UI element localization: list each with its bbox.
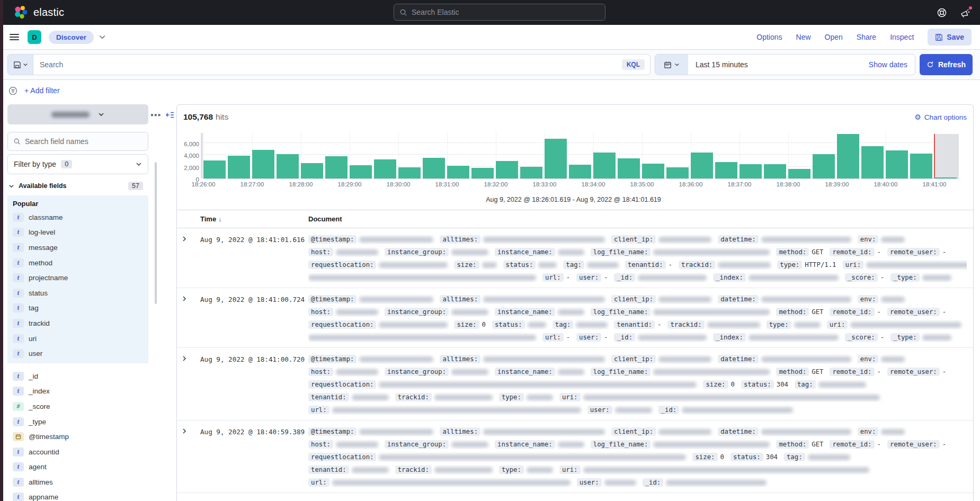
- time-range-value[interactable]: Last 15 minutes: [696, 60, 748, 69]
- expand-row-button[interactable]: [181, 296, 188, 342]
- save-query-icon: [13, 61, 21, 69]
- histogram-bar[interactable]: [764, 164, 786, 178]
- histogram-bar[interactable]: [569, 165, 591, 178]
- histogram-bar[interactable]: [642, 164, 664, 178]
- histogram-bar[interactable]: [715, 162, 737, 179]
- toolbar-link-options[interactable]: Options: [756, 33, 782, 41]
- histogram-bar[interactable]: [886, 150, 908, 178]
- x-axis-label: 18:37:00: [728, 181, 752, 187]
- filter-icon[interactable]: [8, 86, 17, 95]
- chart-options-button[interactable]: ⚙ Chart options: [914, 113, 967, 121]
- date-quick-menu-button[interactable]: [655, 55, 688, 75]
- chevron-down-icon: [98, 111, 104, 118]
- field-search[interactable]: [7, 132, 148, 151]
- field-item-uri[interactable]: turi: [13, 331, 148, 346]
- chevron-down-icon[interactable]: [99, 33, 106, 41]
- elastic-logo[interactable]: elastic: [14, 5, 64, 20]
- expand-row-button[interactable]: [181, 428, 188, 487]
- filter-by-type-button[interactable]: Filter by type 0: [7, 154, 148, 174]
- menu-icon[interactable]: [10, 34, 19, 40]
- histogram-bar[interactable]: [788, 169, 810, 178]
- histogram-bar[interactable]: [618, 158, 640, 178]
- kql-query-input[interactable]: [33, 60, 622, 69]
- histogram-bar[interactable]: [934, 177, 957, 178]
- histogram-bar[interactable]: [691, 153, 713, 179]
- saved-query-menu-button[interactable]: [8, 55, 33, 75]
- field-search-input[interactable]: [25, 137, 142, 146]
- field-item-status[interactable]: tstatus: [13, 285, 148, 301]
- field-item-alltimes[interactable]: talltimes: [13, 475, 148, 490]
- help-icon[interactable]: [937, 7, 947, 18]
- histogram-bar[interactable]: [350, 165, 372, 178]
- doc-field-name: _id:: [614, 333, 635, 342]
- collapse-sidebar-icon[interactable]: [166, 111, 174, 119]
- available-fields-toggle[interactable]: Available fields 57: [7, 180, 148, 192]
- field-item-classname[interactable]: tclassname: [13, 210, 148, 225]
- field-item-method[interactable]: tmethod: [13, 255, 148, 271]
- histogram-bar[interactable]: [252, 150, 274, 178]
- expand-row-button[interactable]: [181, 236, 188, 282]
- histogram-bar[interactable]: [740, 164, 762, 178]
- histogram-bar[interactable]: [203, 160, 226, 178]
- field-item-log-level[interactable]: tlog-level: [13, 225, 148, 240]
- add-filter-button[interactable]: + Add filter: [24, 86, 60, 95]
- histogram-bar[interactable]: [374, 159, 396, 178]
- time-column-header[interactable]: Time ↓: [200, 215, 308, 223]
- field-item-message[interactable]: tmessage: [13, 240, 148, 255]
- histogram-bar[interactable]: [228, 156, 250, 178]
- toolbar-link-new[interactable]: New: [796, 33, 811, 41]
- histogram-bar[interactable]: [277, 154, 299, 178]
- histogram-bar[interactable]: [447, 166, 469, 178]
- histogram-bar[interactable]: [666, 167, 689, 178]
- toolbar-link-inspect[interactable]: Inspect: [890, 33, 914, 41]
- field-name: classname: [29, 213, 63, 221]
- save-button[interactable]: Save: [928, 29, 972, 46]
- field-item-tag[interactable]: ttag: [13, 301, 148, 316]
- space-avatar[interactable]: D: [28, 30, 41, 44]
- field-item-projectname[interactable]: tprojectname: [13, 270, 148, 285]
- chart-plot[interactable]: [203, 131, 959, 179]
- field-item-trackid[interactable]: ttrackid: [13, 316, 148, 331]
- histogram-bar[interactable]: [471, 168, 494, 178]
- sidebar-scrollbar[interactable]: [155, 162, 157, 304]
- field-item-user[interactable]: tuser: [13, 346, 148, 361]
- histogram-bar[interactable]: [813, 154, 835, 178]
- field-item-_type[interactable]: t_type: [13, 414, 148, 430]
- histogram-bar[interactable]: [325, 156, 348, 178]
- field-item-appname[interactable]: tappname: [13, 490, 148, 501]
- global-search-input[interactable]: [412, 8, 600, 16]
- histogram-bar[interactable]: [496, 161, 518, 178]
- redacted-value: [761, 297, 851, 302]
- doc-field-name: client_ip:: [611, 235, 656, 244]
- breadcrumb[interactable]: Discover: [49, 31, 94, 44]
- global-search[interactable]: [394, 4, 605, 21]
- toolbar-link-share[interactable]: Share: [857, 33, 876, 41]
- histogram-bar[interactable]: [301, 163, 323, 178]
- show-dates-link[interactable]: Show dates: [869, 60, 907, 69]
- field-item-accountid[interactable]: taccountid: [13, 444, 148, 460]
- field-item-@timestamp[interactable]: @timestamp: [13, 429, 148, 444]
- histogram-bar[interactable]: [398, 167, 421, 178]
- toolbar-link-open[interactable]: Open: [825, 33, 843, 41]
- doc-field-name: method:: [776, 440, 809, 449]
- kql-language-button[interactable]: KQL: [622, 59, 645, 70]
- histogram-bar[interactable]: [423, 158, 445, 178]
- field-item-agent[interactable]: tagent: [13, 460, 148, 475]
- field-item-_score[interactable]: #_score: [13, 399, 148, 414]
- index-pattern-selector[interactable]: [7, 104, 148, 124]
- field-item-_id[interactable]: t_id: [13, 369, 148, 384]
- histogram-bar[interactable]: [910, 154, 932, 178]
- histogram-bar[interactable]: [520, 167, 542, 179]
- expand-row-button[interactable]: [181, 355, 188, 415]
- sort-descending-icon[interactable]: ↓: [218, 215, 222, 223]
- field-item-_index[interactable]: t_index: [13, 384, 148, 399]
- histogram-bar[interactable]: [861, 146, 884, 178]
- redacted-value: [558, 309, 584, 315]
- histogram-bar[interactable]: [837, 134, 859, 178]
- newsfeed-icon[interactable]: [960, 7, 970, 18]
- doc-field-name: datetime:: [718, 355, 759, 363]
- refresh-button[interactable]: Refresh: [920, 54, 973, 75]
- histogram-bar[interactable]: [545, 139, 567, 178]
- histogram-bar[interactable]: [593, 153, 616, 179]
- field-settings-icon[interactable]: [151, 113, 161, 117]
